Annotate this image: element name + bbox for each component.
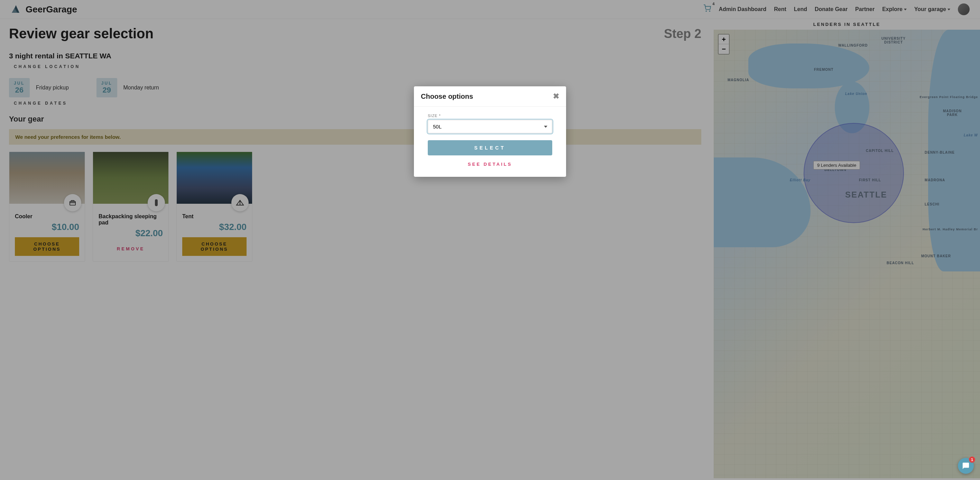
size-select[interactable]: 50L: [428, 120, 552, 133]
modal-title: Choose options: [421, 93, 473, 100]
size-label: SIZE *: [428, 114, 552, 118]
modal-overlay[interactable]: [0, 0, 980, 478]
chat-badge: 1: [969, 456, 975, 463]
select-button[interactable]: SELECT: [428, 140, 552, 155]
size-select-wrap: 50L: [428, 120, 552, 133]
close-icon[interactable]: ✖: [553, 92, 559, 101]
chat-widget[interactable]: 1: [958, 458, 974, 474]
choose-options-modal: Choose options ✖ SIZE * 50L SELECT SEE D…: [414, 86, 566, 177]
see-details-button[interactable]: SEE DETAILS: [428, 162, 552, 167]
chat-icon: [962, 462, 970, 470]
